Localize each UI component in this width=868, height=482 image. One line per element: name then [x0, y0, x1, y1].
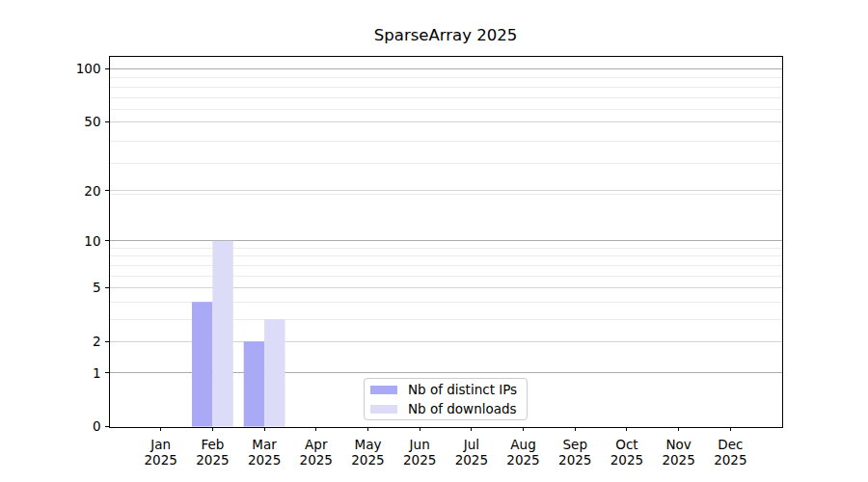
- legend-item-downloads: Nb of downloads: [370, 401, 527, 417]
- x-tick-label-sep: Sep2025: [558, 437, 591, 468]
- y-tick-label-100: 100: [76, 61, 101, 76]
- bar-mar-distinct-ips: [244, 341, 264, 426]
- legend-label-distinct-ips: Nb of distinct IPs: [408, 382, 517, 397]
- y-tick-label-1: 1: [93, 365, 101, 381]
- x-tick-label-jul: Jul2025: [455, 437, 488, 468]
- y-tick-label-20: 20: [84, 183, 100, 199]
- x-tick-label-oct: Oct2025: [610, 437, 643, 468]
- legend: Nb of distinct IPs Nb of downloads: [364, 378, 528, 420]
- x-tick-label-dec: Dec2025: [714, 437, 746, 468]
- y-tick-label-50: 50: [84, 114, 100, 129]
- bar-feb-downloads: [212, 241, 232, 427]
- distinct-ips-swatch-icon: [370, 386, 397, 394]
- x-tick-label-may: May2025: [351, 437, 384, 468]
- y-tick-label-2: 2: [93, 334, 101, 349]
- bar-feb-distinct-ips: [192, 302, 212, 426]
- x-tick-label-aug: Aug2025: [506, 437, 539, 468]
- x-tick-label-mar: Mar2025: [248, 437, 281, 468]
- x-tick-label-nov: Nov2025: [662, 437, 694, 468]
- y-tick-label-10: 10: [84, 233, 100, 249]
- x-tick-label-jun: Jun2025: [403, 437, 436, 468]
- x-tick-label-feb: Feb2025: [196, 437, 229, 468]
- y-tick-label-0: 0: [93, 418, 101, 434]
- legend-item-distinct-ips: Nb of distinct IPs: [370, 382, 527, 398]
- x-tick-label-jan: Jan2025: [145, 437, 177, 468]
- legend-label-downloads: Nb of downloads: [408, 401, 517, 416]
- bar-mar-downloads: [264, 319, 285, 426]
- figure: SparseArray 2025 0125102050100Jan2025Feb…: [0, 0, 868, 482]
- x-tick-label-apr: Apr2025: [300, 437, 333, 468]
- y-tick-label-5: 5: [93, 280, 101, 295]
- downloads-swatch-icon: [370, 405, 397, 414]
